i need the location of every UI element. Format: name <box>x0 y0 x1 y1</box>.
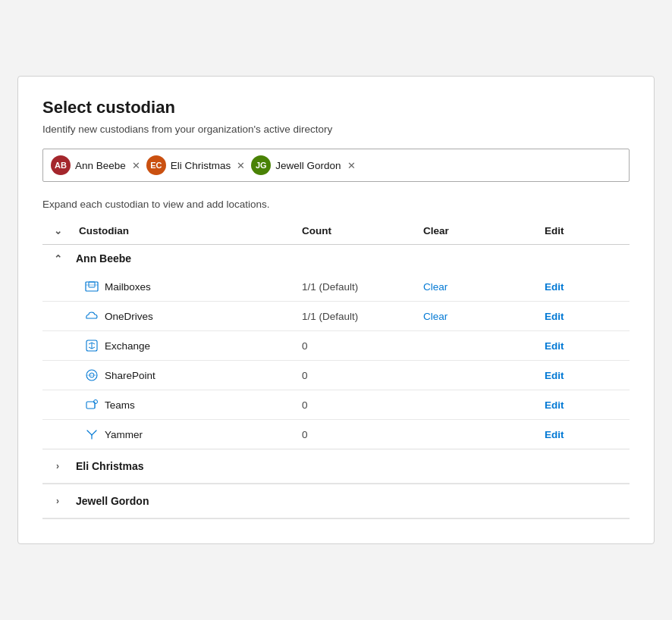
custodian-row-ann-beebe[interactable]: ⌃ Ann Beebe <box>42 245 630 272</box>
count-ann-beebe-onedrives: 1/1 (Default) <box>296 311 417 322</box>
tag-ab: AB Ann Beebe ✕ <box>51 155 142 175</box>
expand-note: Expand each custodian to view and add lo… <box>42 199 630 210</box>
count-column-header: Count <box>296 222 417 240</box>
edit-link-ann-beebe-onedrives[interactable]: Edit <box>545 311 564 322</box>
service-cell-mailboxes: Mailboxes <box>73 280 296 293</box>
edit-cell-ann-beebe-yammer[interactable]: Edit <box>539 429 630 440</box>
service-name-yammer: Yammer <box>105 429 143 440</box>
service-name-onedrives: OneDrives <box>105 311 153 322</box>
edit-link-ann-beebe-mailboxes[interactable]: Edit <box>545 281 564 293</box>
service-name-exchange: Exchange <box>105 340 150 352</box>
table-header: ⌄ Custodian Count Clear Edit <box>42 218 630 245</box>
data-row-ann-beebe-exchange: Exchange 0 Edit <box>42 331 630 361</box>
service-name-sharepoint: SharePoint <box>105 370 155 381</box>
service-name-mailboxes: Mailboxes <box>105 281 151 293</box>
custodian-search-box[interactable]: AB Ann Beebe ✕ EC Eli Christmas ✕ JG Jew… <box>42 149 630 182</box>
count-ann-beebe-mailboxes: 1/1 (Default) <box>296 281 417 293</box>
clear-column-header: Clear <box>417 222 539 240</box>
page-title: Select custodian <box>42 98 630 117</box>
collapse-all-icon[interactable]: ⌄ <box>42 222 73 240</box>
yammer-icon <box>85 427 99 441</box>
avatar-ab: AB <box>51 155 71 175</box>
avatar-ec: EC <box>146 155 166 175</box>
service-cell-exchange: Exchange <box>73 339 296 352</box>
custodian-row-eli-christmas[interactable]: › Eli Christmas <box>42 449 630 484</box>
edit-cell-ann-beebe-exchange[interactable]: Edit <box>539 340 630 352</box>
data-row-ann-beebe-mailboxes: Mailboxes 1/1 (Default) Clear Edit <box>42 272 630 302</box>
service-cell-teams: Teams <box>73 398 296 412</box>
edit-cell-ann-beebe-teams[interactable]: Edit <box>539 399 630 411</box>
tag-close-ec[interactable]: ✕ <box>235 161 247 171</box>
service-cell-sharepoint: SharePoint <box>73 368 296 382</box>
edit-link-ann-beebe-sharepoint[interactable]: Edit <box>545 370 564 381</box>
data-row-ann-beebe-teams: Teams 0 Edit <box>42 390 630 420</box>
count-ann-beebe-exchange: 0 <box>296 340 417 352</box>
avatar-jg: JG <box>251 155 271 175</box>
edit-cell-ann-beebe-onedrives[interactable]: Edit <box>539 311 630 322</box>
edit-link-ann-beebe-teams[interactable]: Edit <box>545 399 564 411</box>
service-name-teams: Teams <box>105 399 135 411</box>
clear-cell-ann-beebe-mailboxes[interactable]: Clear <box>417 281 539 293</box>
count-ann-beebe-yammer: 0 <box>296 429 417 440</box>
tag-name-ec: Eli Christmas <box>171 160 231 171</box>
expand-icon-jewell-gordon[interactable]: › <box>42 496 73 506</box>
data-row-ann-beebe-onedrives: OneDrives 1/1 (Default) Clear Edit <box>42 302 630 331</box>
tag-jg: JG Jewell Gordon ✕ <box>251 155 356 175</box>
custodian-group-jewell-gordon: › Jewell Gordon <box>42 484 630 519</box>
page-subtitle: Identify new custodians from your organi… <box>42 124 630 135</box>
edit-link-ann-beebe-exchange[interactable]: Edit <box>545 340 564 352</box>
sharepoint-icon <box>85 368 99 382</box>
data-row-ann-beebe-sharepoint: SharePoint 0 Edit <box>42 361 630 390</box>
custodian-column-header: Custodian <box>73 222 296 240</box>
count-ann-beebe-sharepoint: 0 <box>296 370 417 381</box>
count-ann-beebe-teams: 0 <box>296 399 417 411</box>
tag-name-jg: Jewell Gordon <box>275 160 341 171</box>
custodian-name-jewell-gordon: Jewell Gordon <box>73 495 296 507</box>
custodian-name-eli-christmas: Eli Christmas <box>73 460 296 472</box>
service-cell-yammer: Yammer <box>73 427 296 441</box>
mailbox-icon <box>85 280 99 293</box>
edit-link-ann-beebe-yammer[interactable]: Edit <box>545 429 564 440</box>
data-row-ann-beebe-yammer: Yammer 0 Edit <box>42 420 630 449</box>
edit-cell-ann-beebe-sharepoint[interactable]: Edit <box>539 370 630 381</box>
service-cell-onedrives: OneDrives <box>73 309 296 323</box>
custodian-row-jewell-gordon[interactable]: › Jewell Gordon <box>42 484 630 518</box>
expand-icon-ann-beebe[interactable]: ⌃ <box>42 253 73 265</box>
custodian-table: ⌄ Custodian Count Clear Edit ⌃ Ann Beebe <box>42 218 630 519</box>
teams-icon <box>85 398 99 412</box>
clear-link-ann-beebe-mailboxes[interactable]: Clear <box>423 281 447 293</box>
clear-cell-ann-beebe-onedrives[interactable]: Clear <box>417 311 539 322</box>
tag-name-ab: Ann Beebe <box>75 160 126 171</box>
custodian-name-ann-beebe: Ann Beebe <box>73 252 296 265</box>
expand-icon-eli-christmas[interactable]: › <box>42 461 73 471</box>
clear-link-ann-beebe-onedrives[interactable]: Clear <box>423 311 447 322</box>
tag-close-jg[interactable]: ✕ <box>346 161 357 171</box>
onedrive-icon <box>85 309 99 323</box>
svg-rect-0 <box>86 282 98 291</box>
edit-cell-ann-beebe-mailboxes[interactable]: Edit <box>539 281 630 293</box>
tag-ec: EC Eli Christmas ✕ <box>146 155 247 175</box>
select-custodian-panel: Select custodian Identify new custodians… <box>17 76 655 544</box>
tag-close-ab[interactable]: ✕ <box>130 161 142 171</box>
custodian-group-eli-christmas: › Eli Christmas <box>42 449 630 484</box>
edit-column-header: Edit <box>539 222 630 240</box>
exchange-icon <box>85 339 99 352</box>
custodian-group-ann-beebe: ⌃ Ann Beebe Mailboxes 1/1 (Default) Clea… <box>42 245 630 449</box>
table-body: ⌃ Ann Beebe Mailboxes 1/1 (Default) Clea… <box>42 245 630 519</box>
